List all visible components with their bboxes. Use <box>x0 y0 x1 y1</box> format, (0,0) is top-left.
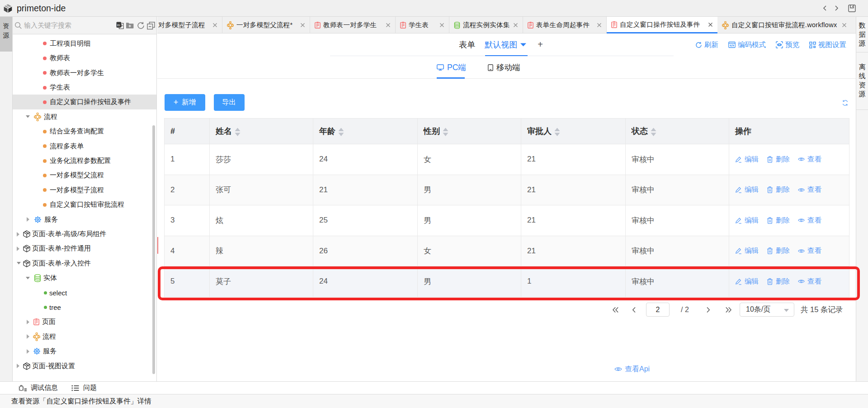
svg-text:in: in <box>117 23 120 27</box>
